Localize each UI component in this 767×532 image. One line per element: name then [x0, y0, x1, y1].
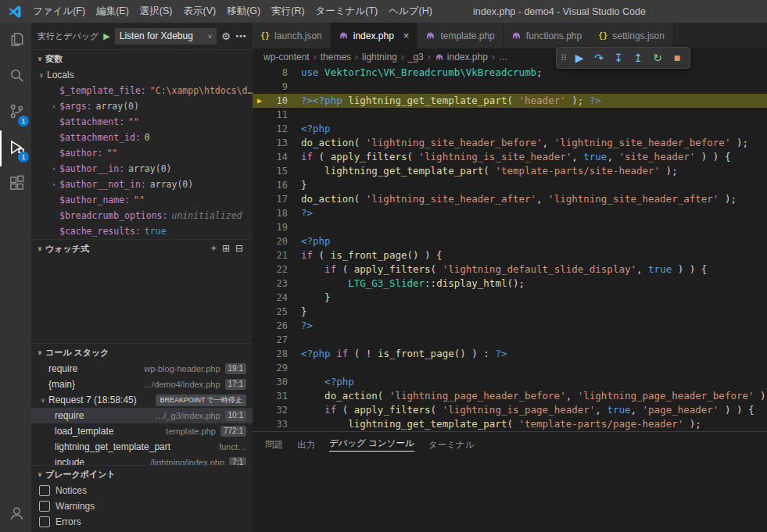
gutter[interactable]: 33	[253, 417, 301, 431]
code-text[interactable]: <?php	[301, 122, 767, 136]
breadcrumb-item[interactable]: wp-content	[263, 52, 310, 62]
code-text[interactable]: }	[301, 291, 767, 305]
code-line[interactable]: 16}	[253, 178, 767, 192]
variable-row[interactable]: $author_name:""	[31, 192, 253, 208]
breakpoint-row[interactable]: Notices	[31, 483, 253, 498]
code-text[interactable]: do_action( 'lightning_site_header_before…	[301, 136, 767, 150]
drag-handle-icon[interactable]: ⠿	[561, 53, 567, 63]
variable-row[interactable]: ›$author__in:array(0)	[31, 161, 253, 177]
code-text[interactable]: if ( apply_filters( 'lightning_is_site_h…	[301, 150, 767, 164]
tab-template-php[interactable]: template.php	[418, 23, 503, 48]
gutter[interactable]: 8	[253, 66, 301, 80]
code-line[interactable]: 27	[253, 333, 767, 347]
add-expression-icon[interactable]: +	[211, 243, 217, 254]
step-out-icon[interactable]: ↥	[629, 48, 647, 67]
code-line[interactable]: 22 if ( apply_filters( 'lightning_defaul…	[253, 262, 767, 277]
tab-functions-php[interactable]: functions.php	[504, 23, 590, 48]
code-text[interactable]: do_action( 'lightning_page_header_before…	[301, 389, 767, 403]
code-text[interactable]	[301, 333, 767, 347]
code-text[interactable]: <?php	[301, 375, 767, 389]
menu-item[interactable]: 選択(S)	[134, 0, 178, 23]
breadcrumb-item[interactable]: themes	[321, 52, 351, 62]
code-text[interactable]: if ( is_front_page() ) {	[301, 248, 767, 262]
breadcrumb-item[interactable]: …	[499, 52, 508, 62]
gutter[interactable]: 9	[253, 80, 301, 94]
code-text[interactable]: if ( apply_filters( 'lightning_default_s…	[301, 262, 767, 277]
breadcrumb-item[interactable]: lightning	[362, 52, 397, 62]
code-line[interactable]: ▶10?><?php lightning_get_template_part( …	[253, 94, 767, 108]
variable-row[interactable]: $_template_file:"C:\xampp\htdocs\d…	[31, 83, 253, 98]
gutter[interactable]: 11	[253, 108, 301, 122]
code-line[interactable]: 33 lightning_get_template_part( 'templat…	[253, 417, 767, 431]
code-line[interactable]: 11	[253, 108, 767, 122]
code-line[interactable]: 21if ( is_front_page() ) {	[253, 248, 767, 262]
activity-item-search[interactable]	[0, 59, 31, 95]
menu-item[interactable]: ターミナル(T)	[310, 0, 384, 23]
breakpoint-row[interactable]: Warnings	[31, 498, 253, 514]
stack-frame[interactable]: lightning_get_template_partfunct…	[31, 439, 253, 455]
code-text[interactable]: if ( apply_filters( 'lightning_is_page_h…	[301, 403, 767, 417]
debug-console-body[interactable]	[253, 457, 767, 532]
gutter[interactable]: 31	[253, 389, 301, 403]
code-text[interactable]: <?php	[301, 234, 767, 248]
code-text[interactable]: lightning_get_template_part( 'template-p…	[301, 417, 767, 431]
panel-tab[interactable]: ターミナル	[428, 439, 475, 451]
code-line[interactable]: 18?>	[253, 206, 767, 220]
gutter[interactable]: 15	[253, 164, 301, 178]
gutter[interactable]: 14	[253, 150, 301, 164]
activity-item-run-and-debug[interactable]: 1	[0, 130, 31, 166]
code-text[interactable]: LTG_G3_Slider::display_html();	[301, 277, 767, 291]
gutter[interactable]: 23	[253, 277, 301, 291]
variable-row[interactable]: $attachment_id:0	[31, 130, 253, 145]
step-over-icon[interactable]: ↷	[590, 48, 608, 67]
code-text[interactable]: use VektorInc\VK_Breadcrumb\VkBreadcrumb…	[301, 66, 767, 80]
gutter[interactable]: 12	[253, 122, 301, 136]
tab-index-php[interactable]: index.php×	[331, 23, 418, 48]
step-into-icon[interactable]: ↧	[610, 48, 627, 67]
gutter[interactable]: 17	[253, 192, 301, 206]
gutter[interactable]: ▶10	[253, 94, 301, 108]
code-line[interactable]: 30 <?php	[253, 375, 767, 389]
menu-item[interactable]: ファイル(F)	[27, 0, 91, 23]
activity-item-source-control[interactable]: 1	[0, 95, 31, 130]
code-line[interactable]: 14if ( apply_filters( 'lightning_is_site…	[253, 150, 767, 164]
code-text[interactable]	[301, 80, 767, 94]
code-text[interactable]: do_action( 'lightning_site_header_after'…	[301, 192, 767, 206]
gutter[interactable]: 30	[253, 375, 301, 389]
code-text[interactable]: }	[301, 305, 767, 319]
code-text[interactable]: ?><?php lightning_get_template_part( 'he…	[301, 94, 767, 108]
stack-frame[interactable]: requirewp-blog-header.php19:1	[31, 361, 253, 377]
code-line[interactable]: 19	[253, 220, 767, 234]
stack-frame[interactable]: include/lightning/index.php7:1	[31, 455, 253, 465]
code-text[interactable]: <?php if ( ! is_front_page() ) : ?>	[301, 347, 767, 361]
stack-frame[interactable]: {main}…/demo4/index.php17:1	[31, 377, 253, 392]
code-line[interactable]: 31 do_action( 'lightning_page_header_bef…	[253, 389, 767, 403]
code-text[interactable]: ?>	[301, 206, 767, 220]
gutter[interactable]: 32	[253, 403, 301, 417]
collapse-all-icon[interactable]: ⊟	[235, 243, 243, 254]
code-line[interactable]: 24 }	[253, 291, 767, 305]
code-line[interactable]: 28<?php if ( ! is_front_page() ) : ?>	[253, 347, 767, 361]
section-callstack-header[interactable]: ∨ コール スタック	[31, 343, 253, 361]
menu-item[interactable]: 編集(E)	[91, 0, 134, 23]
variable-row[interactable]: $breadcrumb_options:uninitialized	[31, 208, 253, 223]
activity-item-explorer[interactable]	[0, 23, 31, 59]
code-line[interactable]: 15 lightning_get_template_part( 'templat…	[253, 164, 767, 178]
scope-locals[interactable]: ∨Locals	[31, 67, 253, 83]
gutter[interactable]: 24	[253, 291, 301, 305]
gutter[interactable]: 22	[253, 262, 301, 277]
code-text[interactable]: lightning_get_template_part( 'template-p…	[301, 164, 767, 178]
panel-tab[interactable]: 問題	[265, 439, 283, 451]
menu-item[interactable]: 移動(G)	[221, 0, 266, 23]
code-text[interactable]: }	[301, 178, 767, 192]
panel-tab[interactable]: 出力	[297, 439, 315, 451]
panel-tab[interactable]: デバッグ コンソール	[329, 437, 414, 452]
stack-frame[interactable]: require…/_g3/index.php10:1	[31, 408, 253, 423]
gutter[interactable]: 29	[253, 361, 301, 375]
gutter[interactable]: 21	[253, 248, 301, 262]
code-line[interactable]: 8use VektorInc\VK_Breadcrumb\VkBreadcrum…	[253, 66, 767, 80]
stop-icon[interactable]: ■	[668, 48, 686, 67]
section-breakpoints-header[interactable]: ∨ ブレークポイント	[31, 465, 253, 483]
tab-launch-json[interactable]: {}launch.json	[253, 23, 331, 48]
code-text[interactable]: ?>	[301, 319, 767, 333]
